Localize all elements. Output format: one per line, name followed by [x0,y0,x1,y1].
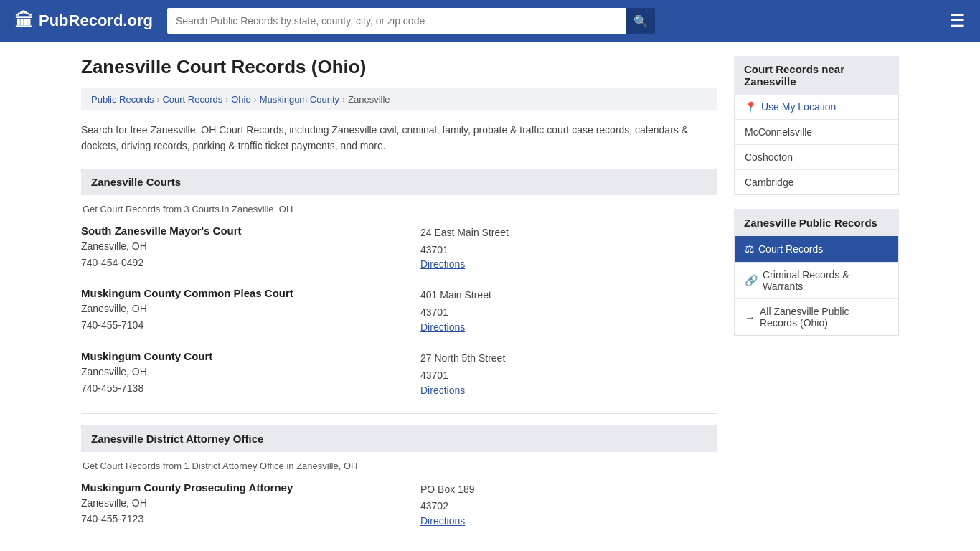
sidebar-nearby-cambridge[interactable]: Cambridge [735,170,898,194]
sidebar-nearby-body: 📍 Use My Location McConnelsville Coshoct… [734,95,899,195]
sidebar-nearby-section: Court Records near Zanesville 📍 Use My L… [734,56,899,195]
da-section-description: Get Court Records from 1 District Attorn… [81,461,717,471]
courts-section-description: Get Court Records from 3 Courts in Zanes… [81,204,717,215]
court-2-directions-link[interactable]: Directions [420,321,465,333]
court-2-zip: 43701 [420,304,717,321]
court-2-address: 401 Main Street [420,287,717,304]
page-title: Zanesville Court Records (Ohio) [81,56,717,78]
court-3-directions-link[interactable]: Directions [420,385,465,396]
court-entry-1: South Zanesville Mayor's Court Zanesvill… [81,225,717,273]
sidebar-court-records-label: Court Records [758,243,823,255]
section-divider [81,413,717,414]
breadcrumb: Public Records › Court Records › Ohio › … [81,88,717,110]
da-1-right: PO Box 189 43702 Directions [399,481,717,527]
arrow-icon: → [745,311,755,324]
da-1-address: PO Box 189 [420,481,717,499]
court-1-directions[interactable]: Directions [420,258,717,270]
sidebar-item-court-records[interactable]: ⚖ Court Records [735,236,898,263]
court-1-right: 24 East Main Street 43701 Directions [399,225,717,270]
court-3-address: 27 North 5th Street [420,350,717,367]
court-1-directions-link[interactable]: Directions [420,258,465,270]
court-2-left: Muskingum County Common Pleas Court Zane… [81,287,399,333]
sidebar-criminal-records-label: Criminal Records & Warrants [763,269,888,292]
court-1-address: 24 East Main Street [420,225,717,242]
court-1-name: South Zanesville Mayor's Court [81,225,399,237]
court-entry-3: Muskingum County Court Zanesville, OH 74… [81,350,717,399]
sidebar-all-records-label: All Zanesville Public Records (Ohio) [760,306,888,329]
logo-text: PubRecord.org [39,11,153,30]
breadcrumb-court-records[interactable]: Court Records [162,94,222,105]
court-entry-2: Muskingum County Common Pleas Court Zane… [81,287,717,336]
court-3-phone: 740-455-7138 [81,382,399,394]
breadcrumb-zanesville: Zanesville [348,94,390,105]
court-1-city: Zanesville, OH [81,238,399,255]
sidebar-item-all-records[interactable]: → All Zanesville Public Records (Ohio) [735,299,898,335]
page-body: Zanesville Court Records (Ohio) Public R… [67,42,913,551]
sidebar-nearby-coshocton[interactable]: Coshocton [735,145,898,170]
court-1-phone: 740-454-0492 [81,257,399,268]
sidebar-nearby-heading: Court Records near Zanesville [734,56,899,95]
court-1-zip: 43701 [420,242,717,259]
sidebar-use-location[interactable]: 📍 Use My Location [735,95,898,120]
court-3-right: 27 North 5th Street 43701 Directions [399,350,717,396]
breadcrumb-sep-4: › [342,95,345,105]
sidebar-public-records-body: ⚖ Court Records 🔗 Criminal Records & War… [734,236,899,336]
page-description: Search for free Zanesville, OH Court Rec… [81,122,717,154]
breadcrumb-public-records[interactable]: Public Records [91,94,154,105]
court-2-phone: 740-455-7104 [81,319,399,331]
da-1-name: Muskingum County Prosecuting Attorney [81,481,399,494]
location-icon: 📍 [745,101,757,113]
nearby-label-1: Coshocton [745,151,793,163]
da-1-directions[interactable]: Directions [420,515,717,527]
main-content: Zanesville Court Records (Ohio) Public R… [81,56,717,544]
da-1-city: Zanesville, OH [81,495,399,512]
nearby-label-2: Cambridge [745,176,793,188]
logo-icon: 🏛 [14,10,33,32]
da-1-directions-link[interactable]: Directions [420,515,465,527]
da-1-left: Muskingum County Prosecuting Attorney Za… [81,481,399,527]
search-input[interactable] [167,8,626,34]
court-3-left: Muskingum County Court Zanesville, OH 74… [81,350,399,396]
da-section-header: Zanesville District Attorney Office [81,425,717,452]
court-2-right: 401 Main Street 43701 Directions [399,287,717,333]
court-1-left: South Zanesville Mayor's Court Zanesvill… [81,225,399,270]
da-entry-1: Muskingum County Prosecuting Attorney Za… [81,481,717,530]
court-3-directions[interactable]: Directions [420,385,717,396]
link-icon: 🔗 [745,274,758,287]
court-2-city: Zanesville, OH [81,301,399,318]
scales-icon: ⚖ [745,242,754,255]
breadcrumb-ohio[interactable]: Ohio [231,94,250,105]
site-header: 🏛 PubRecord.org 🔍 ☰ [0,0,980,42]
search-form: 🔍 [167,8,655,34]
breadcrumb-sep-2: › [225,95,228,105]
court-2-directions[interactable]: Directions [420,321,717,333]
search-button[interactable]: 🔍 [626,8,655,34]
court-3-name: Muskingum County Court [81,350,399,362]
breadcrumb-sep-1: › [156,95,159,105]
sidebar: Court Records near Zanesville 📍 Use My L… [734,56,899,544]
da-1-zip: 43702 [420,498,717,515]
sidebar-nearby-mcconnelsville[interactable]: McConnelsville [735,120,898,145]
nearby-label-0: McConnelsville [745,126,812,138]
search-icon: 🔍 [633,14,648,28]
courts-section-header: Zanesville Courts [81,169,717,195]
da-1-phone: 740-455-7123 [81,513,399,524]
breadcrumb-sep-3: › [254,95,257,105]
sidebar-public-records-section: Zanesville Public Records ⚖ Court Record… [734,209,899,336]
court-2-name: Muskingum County Common Pleas Court [81,287,399,299]
menu-button[interactable]: ☰ [950,11,966,31]
sidebar-public-records-heading: Zanesville Public Records [734,209,899,236]
breadcrumb-muskingum[interactable]: Muskingum County [260,94,339,105]
use-my-location-label: Use My Location [761,101,836,113]
site-logo[interactable]: 🏛 PubRecord.org [14,10,153,32]
sidebar-item-criminal-records[interactable]: 🔗 Criminal Records & Warrants [735,263,898,299]
court-3-zip: 43701 [420,367,717,385]
court-3-city: Zanesville, OH [81,364,399,381]
